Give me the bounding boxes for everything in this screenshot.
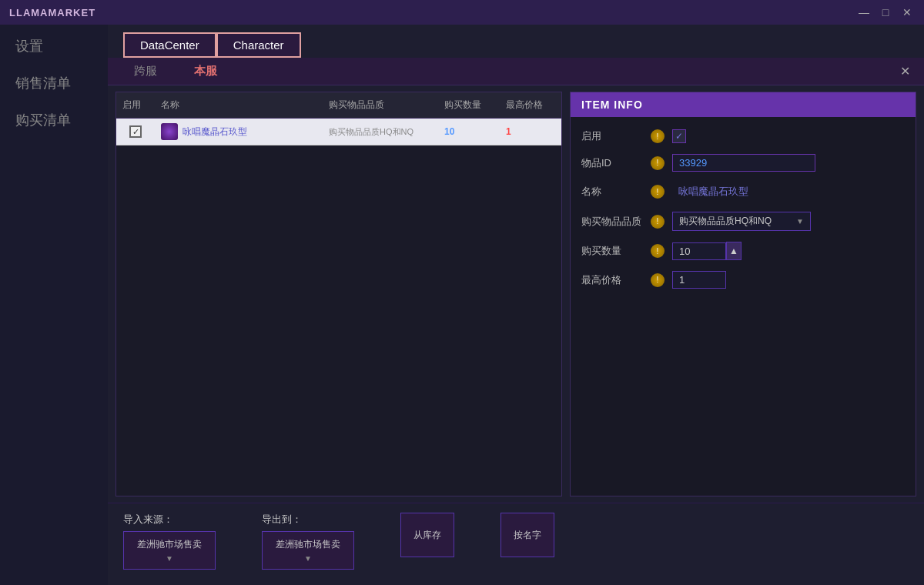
th-quality: 购买物品品质 [323,95,438,115]
tab-character[interactable]: Character [216,32,301,58]
id-input[interactable] [672,154,815,172]
export-group: 导出到： 差洲驰市场售卖 ▼ [262,513,354,570]
th-price: 最高价格 [500,95,561,115]
quality-dropdown-arrow: ▼ [796,217,804,226]
tabs-row: DataCenter Character [108,25,924,58]
quality-icon: ! [651,215,665,229]
count-up-btn[interactable]: ▲ [726,242,742,260]
item-info-panel: ITEM INFO 启用 ! 物品ID ! 名称 ! [570,92,916,496]
import-dropdown-arrow: ▼ [166,554,173,563]
th-count: 购买数量 [438,95,500,115]
minimize-btn[interactable]: — [856,6,872,18]
maximize-btn[interactable]: □ [878,6,893,18]
table-section: 启用 名称 购买物品品质 购买数量 最高价格 咏唱魔晶石玖型 购买物品品质HQ和… [108,85,924,503]
id-icon: ! [651,156,665,170]
sidebar-item-buys[interactable]: 购买清单 [15,111,92,129]
buy-list-table: 启用 名称 购买物品品质 购买数量 最高价格 咏唱魔晶石玖型 购买物品品质HQ和… [116,92,562,496]
quality-label: 购买物品品质 [581,215,643,229]
row-checkbox[interactable] [129,125,142,138]
row-name-text: 咏唱魔晶石玖型 [182,125,247,139]
count-icon: ! [651,244,665,258]
info-row-quality: 购买物品品质 ! 购买物品品质HQ和NQ ▼ [581,212,905,231]
export-dropdown-btn[interactable]: 差洲驰市场售卖 ▼ [262,531,354,570]
sidebar-item-settings[interactable]: 设置 [15,37,92,55]
info-row-name: 名称 ! 咏唱魔晶石玖型 [581,182,905,201]
info-row-price: 最高价格 ! [581,271,905,289]
item-info-body: 启用 ! 物品ID ! 名称 ! 咏唱魔晶石玖型 [571,117,916,301]
import-export-row: 导入来源： 差洲驰市场售卖 ▼ 导出到： 差洲驰市场售卖 ▼ 从库存 按名字 [123,513,909,570]
info-row-enable: 启用 ! [581,129,905,143]
enable-checkbox[interactable] [672,129,686,143]
row-enable-cell [116,124,155,139]
sidebar-item-sales[interactable]: 销售清单 [15,74,92,92]
subtab-local-server[interactable]: 本服 [176,61,236,82]
tab-datacenter[interactable]: DataCenter [123,32,216,58]
app-title: LLAMAMARKET [9,7,95,18]
price-label: 最高价格 [581,273,643,287]
enable-label: 启用 [581,129,643,143]
item-icon [161,123,178,140]
main-content: DataCenter Character 跨服 本服 ✕ 启用 名称 购买物品品… [108,25,924,585]
count-stepper: ▲ [672,242,742,260]
quality-select[interactable]: 购买物品品质HQ和NQ ▼ [672,212,811,231]
export-dropdown-arrow: ▼ [304,554,312,563]
name-icon: ! [651,185,665,199]
row-count-cell: 10 [438,125,500,139]
quality-select-value: 购买物品品质HQ和NQ [679,215,772,228]
import-group: 导入来源： 差洲驰市场售卖 ▼ [123,513,216,570]
window-controls: — □ ✕ [856,6,915,18]
row-price-cell: 1 [500,125,561,139]
close-btn[interactable]: ✕ [899,6,915,18]
count-input[interactable] [672,242,726,260]
price-input[interactable] [672,271,726,289]
count-label: 购买数量 [581,244,643,258]
export-label: 导出到： [262,513,354,526]
price-icon: ! [651,273,665,287]
row-quality-cell: 购买物品品质HQ和NQ [323,125,438,139]
id-label: 物品ID [581,156,643,170]
import-btn-label: 差洲驰市场售卖 [137,538,202,551]
th-name: 名称 [155,95,323,115]
titlebar: LLAMAMARKET — □ ✕ [0,0,924,25]
row-name-cell: 咏唱魔晶石玖型 [155,122,323,142]
import-dropdown-btn[interactable]: 差洲驰市场售卖 ▼ [123,531,216,570]
item-info-header: ITEM INFO [571,92,916,117]
rename-btn[interactable]: 按名字 [500,513,554,557]
export-btn-label: 差洲驰市场售卖 [276,538,340,551]
th-enable: 启用 [116,95,155,115]
enable-icon: ! [651,129,665,143]
table-header: 启用 名称 购买物品品质 购买数量 最高价格 [116,92,561,119]
subtab-cross-server[interactable]: 跨服 [116,61,176,82]
sidebar: 设置 销售清单 购买清单 [0,25,108,585]
name-label: 名称 [581,185,643,199]
info-row-count: 购买数量 ! ▲ [581,242,905,260]
bottom-section: 导入来源： 差洲驰市场售卖 ▼ 导出到： 差洲驰市场售卖 ▼ 从库存 按名字 [108,503,924,585]
from-inventory-btn[interactable]: 从库存 [400,513,454,557]
subtab-close-btn[interactable]: ✕ [894,64,916,79]
name-display: 咏唱魔晶石玖型 [672,182,755,201]
table-row[interactable]: 咏唱魔晶石玖型 购买物品品质HQ和NQ 10 1 [116,119,561,145]
subtabs-row: 跨服 本服 ✕ [108,58,924,85]
info-row-id: 物品ID ! [581,154,905,172]
import-label: 导入来源： [123,513,216,526]
